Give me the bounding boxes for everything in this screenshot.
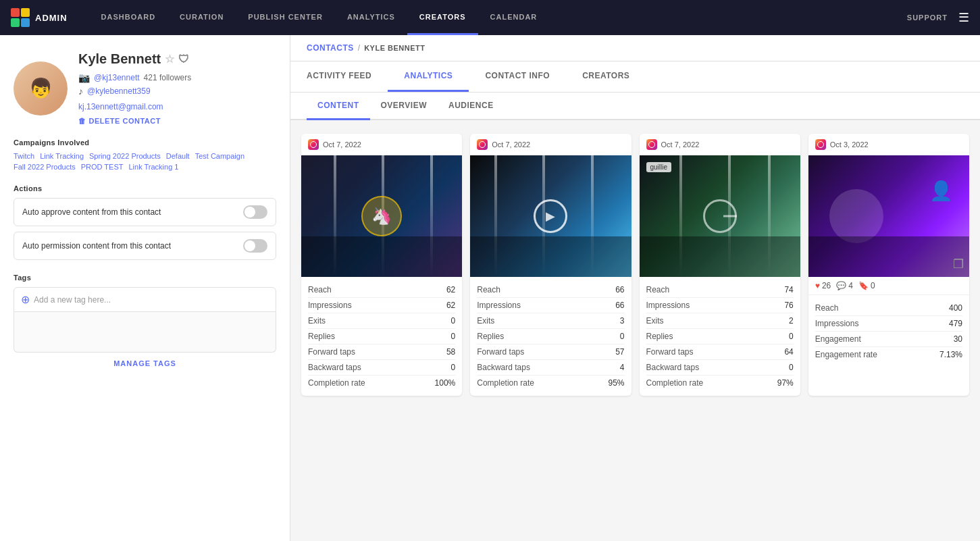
stat-label: Impressions [646, 301, 690, 310]
tab-creators[interactable]: CREATORS [566, 61, 646, 92]
email-link[interactable]: kj.13ennett@gmail.com [78, 102, 191, 111]
nav-support[interactable]: SUPPORT [907, 14, 948, 22]
nav-curation[interactable]: CURATION [167, 0, 236, 35]
stat-value: 66 [615, 301, 624, 310]
card-4-stats: Reach 400 Impressions 479 Engagement 30 … [808, 295, 969, 367]
tab-analytics[interactable]: ANALYTICS [388, 61, 469, 92]
stat-row: Backward taps 0 [308, 360, 455, 376]
breadcrumb-contacts[interactable]: CONTACTS [307, 43, 354, 53]
delete-contact-button[interactable]: 🗑 DELETE CONTACT [78, 117, 191, 125]
stat-label: Impressions [308, 301, 352, 310]
stat-value: 0 [789, 332, 794, 341]
stat-row: Replies 0 [308, 329, 455, 344]
card-1-image[interactable]: 🦄 [301, 155, 462, 277]
stat-row: Impressions 62 [308, 298, 455, 313]
comment-icon: 💬 [836, 281, 846, 290]
stat-value: 479 [949, 319, 962, 328]
stat-value: 400 [949, 303, 962, 313]
card-3-image[interactable]: guillie [640, 155, 800, 277]
stat-value: 2 [789, 316, 794, 326]
stat-label: Forward taps [308, 347, 355, 357]
stat-row: Reach 400 [815, 301, 962, 316]
stat-row: Backward taps 4 [477, 360, 624, 376]
card-2-image[interactable]: ▶ [470, 155, 631, 277]
stat-row: Exits 3 [477, 313, 624, 329]
card-1-date: Oct 7, 2022 [323, 140, 361, 149]
stat-value: 57 [615, 347, 624, 357]
stat-value: 76 [784, 301, 793, 310]
plus-icon: ⊕ [21, 293, 30, 306]
campaign-test[interactable]: Test Campaign [195, 152, 244, 160]
card-2-platform-icon [477, 139, 488, 150]
campaign-fall-2022[interactable]: Fall 2022 Products [14, 163, 76, 171]
card-1-header: Oct 7, 2022 [301, 134, 462, 155]
card-2-stats: Reach 66 Impressions 66 Exits 3 Replies … [470, 277, 631, 396]
stat-row: Impressions 76 [646, 298, 794, 313]
nav-analytics[interactable]: ANALYTICS [335, 0, 407, 35]
stat-label: Replies [308, 332, 335, 341]
stat-row: Completion rate 97% [646, 376, 794, 390]
content-card-1: Oct 7, 2022 🦄 Reach 62 [301, 134, 462, 396]
nav-calendar[interactable]: CALENDAR [478, 0, 550, 35]
card-4-image[interactable]: 👤 ❐ [808, 155, 969, 277]
brand[interactable]: ADMIN [11, 8, 68, 27]
stat-label: Exits [477, 316, 494, 326]
stat-label: Reach [308, 285, 332, 294]
stat-value: 100% [435, 378, 456, 388]
campaign-prod-test[interactable]: PROD TEST [81, 163, 124, 171]
sub-tab-content[interactable]: CONTENT [307, 93, 370, 120]
tiktok-handle[interactable]: @kylebennett359 [87, 86, 151, 96]
main-tab-bar: ACTIVITY FEED ANALYTICS CONTACT INFO CRE… [290, 61, 980, 93]
content-card-4: Oct 3, 2022 👤 ❐ ♥ 26 💬 4 [808, 134, 969, 396]
top-nav: ADMIN DASHBOARD CURATION PUBLISH CENTER … [0, 0, 980, 35]
stat-value: 30 [954, 334, 962, 344]
breadcrumb-separator: / [358, 43, 360, 53]
hamburger-icon[interactable]: ☰ [958, 10, 969, 25]
stat-row: Reach 62 [308, 282, 455, 298]
shield-icon[interactable]: 🛡 [178, 53, 189, 66]
add-tag-input[interactable]: ⊕ Add a new tag here... [14, 287, 276, 312]
stat-label: Reach [646, 285, 670, 294]
auto-approve-toggle[interactable] [243, 205, 267, 219]
stat-label: Forward taps [646, 347, 694, 357]
campaign-link-tracking-1[interactable]: Link Tracking 1 [128, 163, 178, 171]
campaign-default[interactable]: Default [166, 152, 190, 160]
stat-label: Completion rate [477, 378, 534, 388]
auto-permission-toggle[interactable] [243, 239, 267, 253]
play-button[interactable]: ▶ [534, 199, 567, 233]
card-2-header: Oct 7, 2022 [470, 134, 631, 155]
stat-value: 0 [620, 332, 625, 341]
stat-row: Reach 66 [477, 282, 624, 298]
svg-rect-0 [11, 8, 20, 17]
stat-row: Completion rate 100% [308, 376, 455, 390]
nav-dashboard[interactable]: DASHBOARD [89, 0, 168, 35]
nav-publish-center[interactable]: PUBLISH CENTER [236, 0, 335, 35]
instagram-handle[interactable]: @kj13ennett [94, 73, 140, 82]
campaign-spring-2022[interactable]: Spring 2022 Products [89, 152, 161, 160]
svg-rect-3 [21, 18, 30, 27]
stat-label: Forward taps [477, 347, 524, 357]
stat-label: Replies [477, 332, 504, 341]
reaction-bookmark: 🔖 0 [858, 281, 875, 290]
stat-value: 62 [446, 285, 455, 294]
stat-label: Engagement rate [815, 350, 877, 359]
tab-activity-feed[interactable]: ACTIVITY FEED [290, 61, 388, 92]
manage-tags-button[interactable]: MANAGE TAGS [14, 353, 276, 374]
tab-contact-info[interactable]: CONTACT INFO [469, 61, 566, 92]
card-1-platform-icon [308, 139, 319, 150]
card-3-date: Oct 7, 2022 [661, 140, 700, 149]
campaign-link-tracking[interactable]: Link Tracking [40, 152, 84, 160]
auto-permission-label: Auto permission content from this contac… [22, 241, 171, 251]
nav-right: SUPPORT ☰ [907, 10, 969, 25]
stat-value: 7.13% [939, 350, 962, 359]
follower-count: 421 followers [144, 73, 192, 82]
sub-tab-audience[interactable]: AUDIENCE [438, 93, 505, 120]
stat-value: 0 [789, 363, 794, 372]
star-icon[interactable]: ☆ [165, 53, 174, 66]
sub-tab-overview[interactable]: OVERVIEW [370, 93, 438, 120]
svg-rect-1 [21, 8, 30, 17]
campaign-twitch[interactable]: Twitch [14, 152, 34, 160]
heart-icon: ♥ [815, 281, 820, 290]
stat-label: Reach [815, 303, 839, 313]
nav-creators[interactable]: CREATORS [407, 0, 478, 35]
